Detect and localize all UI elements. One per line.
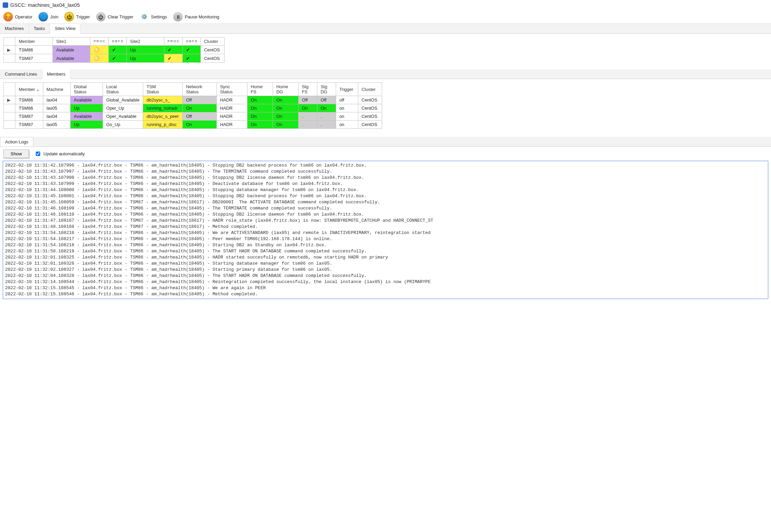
row-indicator: ▶ <box>4 46 15 54</box>
col-home-dg[interactable]: Home DG <box>273 83 298 96</box>
top-tabs: Machines Tasks Sites View <box>0 24 771 34</box>
cell-cluster: CentOS <box>358 112 382 121</box>
cell-trigger: on <box>336 112 358 121</box>
cell-machine: lax04 <box>43 96 70 104</box>
cell-stg-fs: Off <box>298 96 317 104</box>
trigger-button[interactable]: ⏻ Trigger <box>64 12 90 21</box>
col-member[interactable]: Member <box>15 37 53 46</box>
operator-label: Operator <box>15 14 32 19</box>
tab-command-lines[interactable]: Command Lines <box>0 69 42 79</box>
cell-sync-status: HADR <box>216 121 247 129</box>
col-tsm-status[interactable]: TSM Status <box>143 83 182 96</box>
cell-trigger: on <box>336 121 358 129</box>
cell-cluster: CentOS <box>358 104 382 112</box>
table-row[interactable]: TSM86 lax05 Up Oper_Up running_nohadr On… <box>4 104 382 112</box>
pause-monitoring-button[interactable]: ⏸ Pause Monitoring <box>173 12 219 21</box>
cell-tsm-status: db2sysc_s_peer <box>143 112 182 121</box>
cell-member: TSM87 <box>15 112 43 121</box>
sites-table[interactable]: Member Site1 P R O C D B F S Site2 P R O… <box>3 37 225 63</box>
cell-proc1: ♋ <box>90 46 109 54</box>
col-site2[interactable]: Site2 <box>126 37 164 46</box>
table-row[interactable]: TSM87 Available ♋ ✓ Up ✓ ✓ CentOS <box>4 54 225 63</box>
col-cluster[interactable]: Cluster <box>200 37 224 46</box>
col-network-status[interactable]: Network Status <box>182 83 216 96</box>
cell-stg-fs: On <box>298 104 317 112</box>
cell-home-fs: On <box>247 96 273 104</box>
cell-tsm-status: running_p_disc <box>143 121 182 129</box>
cell-home-fs: On <box>247 121 273 129</box>
cell-global-status: Up <box>70 104 103 112</box>
cell-stg-fs: . <box>298 112 317 121</box>
col-home-fs[interactable]: Home FS <box>247 83 273 96</box>
update-automatically-checkbox[interactable]: Update automatically <box>34 151 85 157</box>
col-member[interactable]: Member▲ <box>15 83 43 96</box>
cell-machine: lax04 <box>43 112 70 121</box>
tab-machines[interactable]: Machines <box>0 24 29 33</box>
main-toolbar: 👷 Operator 🌐 Join ⏻ Trigger ⏻ Clear Trig… <box>0 10 771 24</box>
col-local-status[interactable]: Local Status <box>103 83 143 96</box>
row-selector-header <box>4 37 15 46</box>
cell-machine: lax05 <box>43 104 70 112</box>
col-dbfs2[interactable]: D B F S <box>183 37 201 46</box>
cell-home-dg: On <box>273 112 298 121</box>
col-site1[interactable]: Site1 <box>53 37 90 46</box>
table-row[interactable]: ▶ TSM86 lax04 Available Global_Available… <box>4 96 382 104</box>
show-button[interactable]: Show <box>3 150 29 158</box>
trigger-icon: ⏻ <box>64 12 74 21</box>
cell-local-status: Global_Available <box>103 96 143 104</box>
col-proc1[interactable]: P R O C <box>90 37 109 46</box>
cell-stg-dg: . <box>317 121 336 129</box>
cell-local-status: Oper_Available <box>103 112 143 121</box>
col-trigger[interactable]: Trigger <box>336 83 358 96</box>
clear-trigger-button[interactable]: ⏻ Clear Trigger <box>96 12 133 21</box>
clear-trigger-label: Clear Trigger <box>108 14 133 19</box>
operator-button[interactable]: 👷 Operator <box>3 12 32 21</box>
cell-dbfs1: ✓ <box>109 46 127 54</box>
table-row[interactable]: TSM87 lax05 Up Go_Up running_p_disc On H… <box>4 121 382 129</box>
cell-site1: Available <box>53 46 90 54</box>
cell-stg-dg: On <box>317 104 336 112</box>
sort-asc-icon: ▲ <box>36 88 40 92</box>
cell-cluster: CentOS <box>358 96 382 104</box>
cell-home-fs: On <box>247 104 273 112</box>
tab-action-logs[interactable]: Action Logs <box>0 137 33 146</box>
col-machine[interactable]: Machine <box>43 83 70 96</box>
cell-global-status: Up <box>70 121 103 129</box>
tab-sites-view[interactable]: Sites View <box>50 24 80 34</box>
update-checkbox-input[interactable] <box>36 152 40 156</box>
cell-dbfs2: ✓ <box>183 46 201 54</box>
cell-trigger: off <box>336 96 358 104</box>
col-proc2[interactable]: P R O C <box>164 37 182 46</box>
col-stg-dg[interactable]: Stg DG <box>317 83 336 96</box>
row-indicator <box>4 104 15 112</box>
col-global-status[interactable]: Global Status <box>70 83 103 96</box>
cell-local-status: Oper_Up <box>103 104 143 112</box>
cell-stg-fs: . <box>298 121 317 129</box>
cell-home-dg: On <box>273 104 298 112</box>
table-row[interactable]: ▶ TSM86 Available ♋ ✓ Up ✓ ✓ CentOS <box>4 46 225 54</box>
cell-network-status: Off <box>182 96 216 104</box>
join-button[interactable]: 🌐 Join <box>39 12 58 21</box>
log-tabs: Action Logs <box>0 137 771 147</box>
col-sync-status[interactable]: Sync Status <box>216 83 247 96</box>
trigger-label: Trigger <box>76 14 90 19</box>
members-panel: Member▲ Machine Global Status Local Stat… <box>0 79 771 132</box>
tab-members[interactable]: Members <box>42 69 71 79</box>
cell-global-status: Available <box>70 112 103 121</box>
cell-network-status: On <box>182 121 216 129</box>
col-dbfs1[interactable]: D B F S <box>109 37 127 46</box>
cell-home-dg: On <box>273 121 298 129</box>
pause-icon: ⏸ <box>173 12 183 21</box>
tab-tasks[interactable]: Tasks <box>29 24 50 33</box>
cell-stg-dg: . <box>317 112 336 121</box>
app-icon <box>3 2 8 8</box>
log-output[interactable]: 2022-02-10 11:31:42.107996 - lax04.fritz… <box>3 161 768 299</box>
table-row[interactable]: TSM87 lax04 Available Oper_Available db2… <box>4 112 382 121</box>
cell-global-status: Available <box>70 96 103 104</box>
members-table[interactable]: Member▲ Machine Global Status Local Stat… <box>3 82 382 129</box>
cell-machine: lax05 <box>43 121 70 129</box>
settings-button[interactable]: ⚙️ Settings <box>139 12 167 21</box>
col-cluster[interactable]: Cluster <box>358 83 382 96</box>
cell-proc2: ✓ <box>164 46 182 54</box>
col-stg-fs[interactable]: Stg FS <box>298 83 317 96</box>
